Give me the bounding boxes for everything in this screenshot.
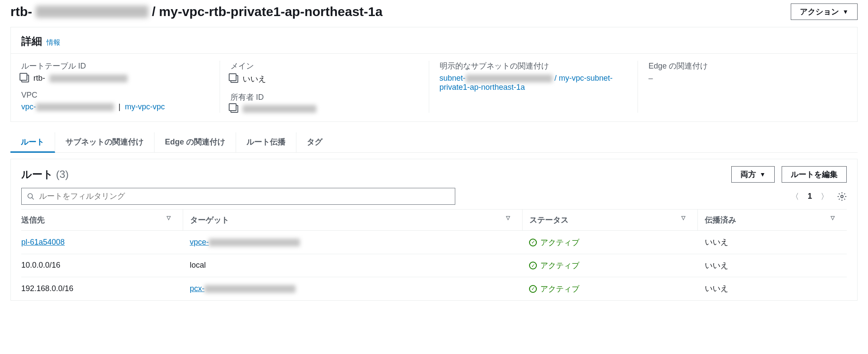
route-table-id-redacted [49,75,128,82]
subnet-assoc-label: 明示的なサブネットの関連付け [440,61,628,71]
tabs: ルート サブネットの関連付け Edge の関連付け ルート伝播 タグ [10,132,858,153]
vpc-link[interactable]: vpc- [21,102,114,111]
copy-icon[interactable] [21,75,29,82]
target-link[interactable]: vpce- [190,238,300,246]
vpc-id-redacted [36,103,114,111]
owner-id-redacted [243,105,316,113]
actions-button[interactable]: アクション ▼ [791,3,858,20]
owner-label: 所有者 ID [230,92,418,102]
status-badge: アクティブ [529,284,579,294]
svg-point-0 [28,193,33,198]
rtb-id-redacted [36,6,148,18]
filter-input-wrapper[interactable] [21,188,455,205]
target-value: local [183,254,522,277]
routes-table: 送信先▽ ターゲット▽ ステータス▽ 伝播済み▽ pl-61a54008 vpc… [21,209,847,300]
next-page-button[interactable]: 〉 [821,191,829,202]
breadcrumb: rtb- / my-vpc-rtb-private1-ap-northeast-… [10,4,382,19]
col-status[interactable]: ステータス▽ [522,210,698,231]
propagated-value: いいえ [698,254,847,277]
col-propagated[interactable]: 伝播済み▽ [698,210,847,231]
sort-icon: ▽ [167,215,171,221]
svg-line-1 [32,197,34,200]
sort-icon: ▽ [681,215,685,221]
page-number: 1 [808,192,812,201]
svg-point-2 [841,195,843,198]
subnet-id-redacted [466,75,552,82]
view-mode-button[interactable]: 両方 ▼ [731,166,775,183]
rtb-name: my-vpc-rtb-private1-ap-northeast-1a [159,4,382,19]
col-target[interactable]: ターゲット▽ [183,210,522,231]
check-circle-icon [529,262,537,269]
routes-panel: ルート (3) 両方 ▼ ルートを編集 〈 1 〉 [10,159,858,301]
gear-icon[interactable] [837,192,847,201]
prev-page-button[interactable]: 〈 [791,191,799,202]
search-icon [27,193,35,200]
destination-value: 192.168.0.0/16 [21,277,183,300]
vpc-label: VPC [21,91,209,100]
edge-assoc-value: – [648,74,836,83]
tab-subnet-associations[interactable]: サブネットの関連付け [55,132,155,152]
status-badge: アクティブ [529,260,579,271]
route-table-id-label: ルートテーブル ID [21,61,209,71]
main-value: いいえ [243,74,266,84]
routes-count: (3) [56,168,69,180]
route-table-id-value: rtb- [33,74,45,83]
details-title: 詳細 [21,34,42,48]
vpc-name-link[interactable]: my-vpc-vpc [125,102,165,111]
status-badge: アクティブ [529,237,579,248]
copy-icon[interactable] [230,105,238,113]
edge-assoc-label: Edge の関連付け [648,61,836,71]
edit-routes-button[interactable]: ルートを編集 [782,166,847,183]
actions-label: アクション [800,7,839,17]
table-row: pl-61a54008 vpce- アクティブ いいえ [21,231,847,254]
info-link[interactable]: 情報 [46,38,60,47]
target-link[interactable]: pcx- [190,284,296,293]
vpc-sep: | [118,102,121,111]
check-circle-icon [529,239,537,246]
propagated-value: いいえ [698,231,847,254]
subnet-sep: / [555,74,559,82]
rtb-prefix: rtb- [10,4,32,19]
filter-input[interactable] [39,192,450,201]
tab-routes[interactable]: ルート [10,132,55,153]
details-panel: 詳細 情報 ルートテーブル ID rtb- VPC [10,27,858,122]
view-mode-label: 両方 [740,169,756,180]
copy-icon[interactable] [230,75,238,83]
col-destination[interactable]: 送信先▽ [21,210,183,231]
sort-icon: ▽ [506,215,510,221]
check-circle-icon [529,285,537,293]
caret-down-icon: ▼ [842,8,848,15]
destination-link[interactable]: pl-61a54008 [21,238,65,246]
target-redacted [209,239,300,246]
breadcrumb-separator: / [152,4,155,19]
table-row: 10.0.0.0/16 local アクティブ いいえ [21,254,847,277]
destination-value: 10.0.0.0/16 [21,254,183,277]
target-redacted [204,285,296,293]
propagated-value: いいえ [698,277,847,300]
tab-edge-associations[interactable]: Edge の関連付け [155,132,236,152]
caret-down-icon: ▼ [760,171,766,178]
main-label: メイン [230,61,418,71]
table-row: 192.168.0.0/16 pcx- アクティブ いいえ [21,277,847,300]
tab-route-propagation[interactable]: ルート伝播 [236,132,296,152]
tab-tags[interactable]: タグ [296,132,333,152]
routes-title: ルート [21,167,53,181]
sort-icon: ▽ [831,215,835,221]
subnet-link[interactable]: subnet- [440,74,555,82]
